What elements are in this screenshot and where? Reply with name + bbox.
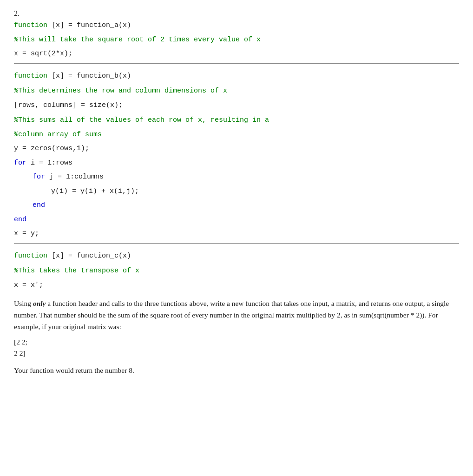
function-b-comment1-block: %This determines the row and column dime… <box>14 86 459 111</box>
function-a-code-text: x = sqrt(2*x); <box>14 50 72 58</box>
function-b-for-i: for i = 1:rows <box>14 158 459 169</box>
function-b-end-outer: end <box>14 215 459 225</box>
function-b-for-j: for j = 1:columns <box>33 172 459 183</box>
function-c-code: x = x'; <box>14 280 459 291</box>
for-keyword-j: for <box>33 173 45 181</box>
function-keyword-a: function <box>14 21 47 29</box>
function-b-comment2: %This sums all of the values of each row… <box>14 115 459 126</box>
function-c-name: function_c(x) <box>77 252 131 260</box>
matrix-line-2: 2 2] <box>14 349 459 357</box>
function-b-comment2-text: %This sums all of the values of each row… <box>14 116 269 124</box>
prose-description: Using only a function header and calls t… <box>14 298 459 332</box>
function-b-inner: y(i) = y(i) + x(i,j); <box>51 186 459 197</box>
matrix-line-1: [2 2; <box>14 338 459 346</box>
function-b-block: function [x] = function_b(x) %This deter… <box>14 71 459 239</box>
function-a-name: function_a(x) <box>77 21 131 29</box>
section-number: 2. <box>14 9 459 18</box>
function-b-comment2-block: %This sums all of the values of each row… <box>14 115 459 140</box>
function-b-assign: x = y; <box>14 229 459 239</box>
for-i-text: i = 1:rows <box>31 159 72 167</box>
function-b-zeros-text: y = zeros(rows,1); <box>14 145 89 152</box>
function-b-code1: [rows, columns] = size(x); <box>14 100 459 111</box>
for-keyword-i: for <box>14 159 26 167</box>
function-c-comment: %This takes the transpose of x <box>14 266 459 277</box>
end-keyword-inner: end <box>33 201 45 209</box>
function-b-zeros: y = zeros(rows,1); <box>14 144 459 154</box>
function-a-code: x = sqrt(2*x); <box>14 49 459 60</box>
function-c-header: function [x] = function_c(x) <box>14 251 459 262</box>
function-b-comment3-text: %column array of sums <box>14 131 102 139</box>
function-keyword-c: function <box>14 252 47 260</box>
function-a-block: function [x] = function_a(x) %This will … <box>14 20 459 60</box>
end-keyword-outer: end <box>14 216 26 224</box>
conclusion-text: Your function would return the number 8. <box>14 365 459 377</box>
function-b-code1-text: [rows, columns] = size(x); <box>14 101 123 109</box>
function-b-name: function_b(x) <box>77 72 131 80</box>
function-a-comment-text: %This will take the square root of 2 tim… <box>14 36 261 44</box>
function-c-block: function [x] = function_c(x) %This takes… <box>14 251 459 291</box>
function-keyword-b: function <box>14 72 47 80</box>
function-b-end-inner: end <box>33 200 459 211</box>
divider-a <box>14 63 459 64</box>
function-a-header: function [x] = function_a(x) <box>14 20 459 31</box>
divider-b <box>14 243 459 244</box>
function-b-assign-text: x = y; <box>14 230 39 238</box>
function-a-sig: [x] = <box>52 21 77 29</box>
function-c-code-text: x = x'; <box>14 281 43 289</box>
function-b-comment3: %column array of sums <box>14 130 459 140</box>
only-emphasis: only <box>33 299 46 307</box>
function-c-sig: [x] = <box>52 252 77 260</box>
function-b-inner-text: y(i) = y(i) + x(i,j); <box>51 187 139 195</box>
for-j-text: j = 1:columns <box>49 173 104 181</box>
function-b-comment1-text: %This determines the row and column dime… <box>14 87 227 95</box>
function-b-header: function [x] = function_b(x) <box>14 71 459 82</box>
function-c-comment-block: %This takes the transpose of x x = x'; <box>14 266 459 291</box>
function-a-comment: %This will take the square root of 2 tim… <box>14 35 459 46</box>
function-c-comment-text: %This takes the transpose of x <box>14 267 139 275</box>
function-b-sig: [x] = <box>52 72 77 80</box>
function-b-comment1: %This determines the row and column dime… <box>14 86 459 97</box>
